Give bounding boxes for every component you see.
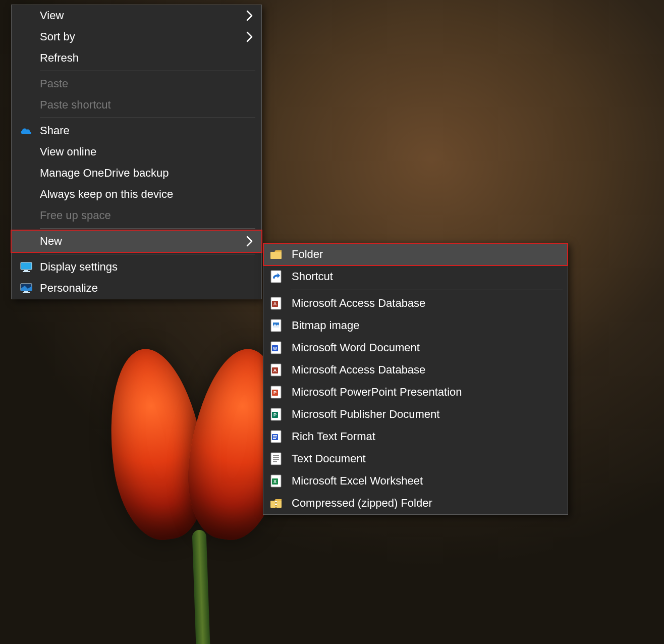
submenu-item-powerpoint-presentation[interactable]: P Microsoft PowerPoint Presentation xyxy=(263,381,568,403)
svg-rect-42 xyxy=(275,504,277,505)
svg-rect-27 xyxy=(273,435,277,436)
onedrive-cloud-icon xyxy=(19,125,34,137)
text-file-icon xyxy=(269,451,283,466)
submenu-item-excel-worksheet[interactable]: X Microsoft Excel Worksheet xyxy=(263,470,568,492)
menu-label: Paste xyxy=(40,77,68,90)
svg-rect-2 xyxy=(23,271,30,272)
monitor-icon xyxy=(19,261,34,273)
menu-label: Sort by xyxy=(40,30,75,43)
submenu-label: Text Document xyxy=(292,452,366,465)
svg-rect-5 xyxy=(23,292,30,293)
submenu-label: Microsoft Word Document xyxy=(292,341,420,354)
chevron-right-icon xyxy=(246,235,253,247)
svg-rect-29 xyxy=(273,438,276,439)
submenu-label: Bitmap image xyxy=(292,319,360,332)
svg-rect-33 xyxy=(273,459,279,460)
submenu-label: Microsoft Access Database xyxy=(292,363,425,377)
menu-label: View xyxy=(40,9,64,22)
submenu-label: Rich Text Format xyxy=(292,430,375,443)
svg-rect-43 xyxy=(275,506,277,507)
submenu-item-shortcut[interactable]: Shortcut xyxy=(263,265,568,288)
menu-item-free-up-space: Free up space xyxy=(12,205,261,226)
svg-text:A: A xyxy=(273,301,277,306)
submenu-item-rich-text-format[interactable]: Rich Text Format xyxy=(263,425,568,448)
submenu-item-publisher-document[interactable]: P Microsoft Publisher Document xyxy=(263,403,568,425)
menu-item-personalize[interactable]: Personalize xyxy=(12,278,261,299)
menu-label: View online xyxy=(40,145,96,158)
svg-text:W: W xyxy=(273,346,277,351)
menu-item-sort-by[interactable]: Sort by xyxy=(12,26,261,47)
submenu-label: Microsoft Publisher Document xyxy=(292,408,439,421)
svg-rect-31 xyxy=(273,455,279,456)
menu-item-new[interactable]: New xyxy=(12,231,261,252)
menu-separator xyxy=(40,71,255,71)
menu-label: New xyxy=(40,235,62,248)
bitmap-file-icon xyxy=(269,318,283,333)
rtf-file-icon xyxy=(269,429,283,444)
word-file-icon: W xyxy=(269,340,283,355)
submenu-item-access-database[interactable]: A Microsoft Access Database xyxy=(263,292,568,314)
menu-item-refresh[interactable]: Refresh xyxy=(12,47,261,69)
access-file-icon: A xyxy=(269,362,283,378)
submenu-label: Microsoft Excel Worksheet xyxy=(292,474,423,488)
submenu-label: Microsoft PowerPoint Presentation xyxy=(292,386,462,399)
menu-label: Display settings xyxy=(40,260,118,274)
menu-label: Manage OneDrive backup xyxy=(40,167,169,180)
svg-rect-40 xyxy=(275,501,277,502)
submenu-label: Compressed (zipped) Folder xyxy=(292,497,432,510)
svg-rect-0 xyxy=(21,262,32,270)
submenu-item-compressed-folder[interactable]: Compressed (zipped) Folder xyxy=(263,492,568,514)
submenu-item-bitmap-image[interactable]: Bitmap image xyxy=(263,314,568,337)
personalize-monitor-icon xyxy=(19,282,34,294)
menu-label: Personalize xyxy=(40,282,98,295)
submenu-item-word-document[interactable]: W Microsoft Word Document xyxy=(263,337,568,359)
submenu-label: Shortcut xyxy=(292,270,333,283)
menu-label: Refresh xyxy=(40,51,79,65)
svg-text:P: P xyxy=(273,390,276,395)
menu-separator xyxy=(40,254,255,254)
menu-label: Free up space xyxy=(40,209,111,222)
menu-label: Paste shortcut xyxy=(40,98,111,112)
menu-label: Share xyxy=(40,124,70,137)
submenu-label: Microsoft Access Database xyxy=(292,297,425,310)
svg-rect-6 xyxy=(270,252,282,259)
excel-file-icon: X xyxy=(269,473,283,489)
menu-item-paste-shortcut: Paste shortcut xyxy=(12,94,261,116)
menu-separator xyxy=(291,290,563,290)
menu-item-always-keep-on-device[interactable]: Always keep on this device xyxy=(12,184,261,205)
menu-item-view[interactable]: View xyxy=(12,5,261,26)
svg-text:A: A xyxy=(273,368,277,373)
svg-rect-34 xyxy=(273,461,277,462)
shortcut-icon xyxy=(269,269,283,284)
menu-item-paste: Paste xyxy=(12,73,261,94)
access-file-icon: A xyxy=(269,296,283,311)
folder-icon xyxy=(269,247,283,262)
menu-item-view-online[interactable]: View online xyxy=(12,141,261,163)
submenu-item-text-document[interactable]: Text Document xyxy=(263,448,568,470)
submenu-label: Folder xyxy=(292,248,323,261)
menu-label: Always keep on this device xyxy=(40,188,173,201)
chevron-right-icon xyxy=(246,10,253,22)
submenu-item-access-database-2[interactable]: A Microsoft Access Database xyxy=(263,359,568,381)
submenu-item-folder[interactable]: Folder xyxy=(263,243,568,265)
svg-rect-32 xyxy=(273,457,279,458)
menu-separator xyxy=(40,118,255,118)
powerpoint-file-icon: P xyxy=(269,385,283,400)
desktop-context-menu: View Sort by Refresh Paste Paste shortcu… xyxy=(11,5,262,299)
zip-folder-icon xyxy=(269,496,283,511)
svg-rect-30 xyxy=(271,453,281,465)
svg-rect-41 xyxy=(275,503,277,504)
svg-rect-1 xyxy=(24,270,28,271)
publisher-file-icon: P xyxy=(269,407,283,422)
svg-text:P: P xyxy=(273,412,276,417)
new-submenu: Folder Shortcut A Microsoft Access Datab… xyxy=(263,243,568,515)
menu-item-manage-onedrive-backup[interactable]: Manage OneDrive backup xyxy=(12,163,261,184)
wallpaper-flower xyxy=(106,348,288,631)
svg-rect-28 xyxy=(273,437,277,438)
menu-item-display-settings[interactable]: Display settings xyxy=(12,256,261,278)
menu-item-share[interactable]: Share xyxy=(12,120,261,141)
chevron-right-icon xyxy=(246,31,253,43)
svg-text:X: X xyxy=(273,479,276,484)
svg-rect-4 xyxy=(24,291,28,292)
menu-separator xyxy=(40,228,255,229)
